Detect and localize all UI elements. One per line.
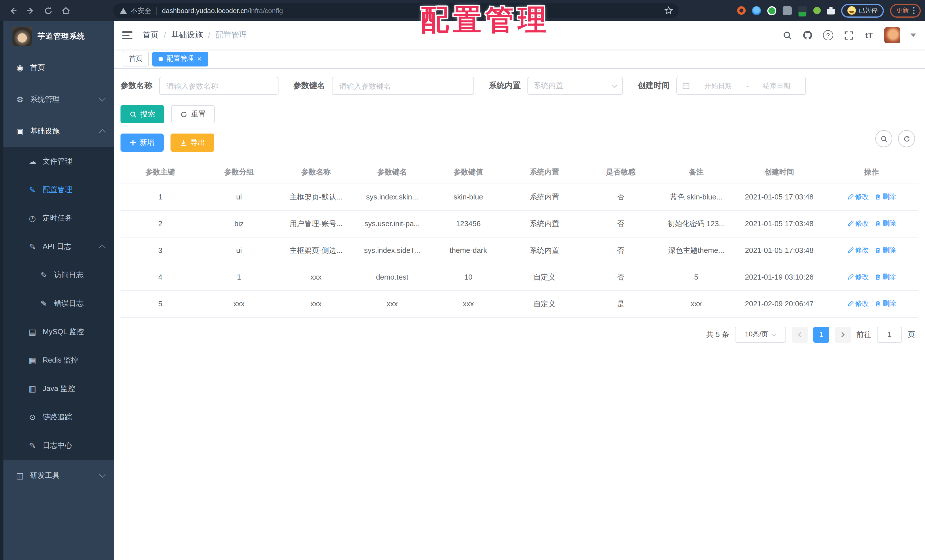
fullscreen-icon[interactable] bbox=[844, 30, 854, 40]
edit-link[interactable]: 修改 bbox=[847, 245, 869, 255]
app-logo-row[interactable]: 芋道管理系统 bbox=[3, 21, 114, 52]
extension-on-badge-icon[interactable] bbox=[798, 6, 807, 15]
refresh-table-button[interactable] bbox=[898, 130, 915, 147]
sidebar-item-config[interactable]: ✎ 配置管理 bbox=[3, 176, 114, 204]
cell-key: sys.user.init-pa... bbox=[354, 210, 430, 237]
extension-pin-icon[interactable] bbox=[752, 6, 761, 15]
cell-remark: 初始化密码 123... bbox=[659, 210, 734, 237]
edit-link[interactable]: 修改 bbox=[847, 299, 869, 309]
delete-link[interactable]: 删除 bbox=[874, 272, 896, 282]
sidebar-item-access-log[interactable]: ✎ 访问日志 bbox=[3, 261, 114, 289]
user-avatar[interactable] bbox=[884, 27, 900, 43]
sidebar-item-error-log[interactable]: ✎ 错误日志 bbox=[3, 289, 114, 318]
reset-button[interactable]: 重置 bbox=[171, 105, 215, 123]
timer-icon: ◷ bbox=[27, 214, 38, 223]
delete-link[interactable]: 删除 bbox=[874, 192, 896, 202]
user-menu-caret-icon[interactable] bbox=[910, 33, 916, 37]
goto-page-input[interactable] bbox=[877, 327, 902, 342]
sidebar-item-redis[interactable]: ▦ Redis 监控 bbox=[3, 346, 114, 375]
edit-link[interactable]: 修改 bbox=[847, 272, 869, 282]
font-size-icon[interactable]: tT bbox=[864, 30, 874, 40]
page-number-current[interactable]: 1 bbox=[814, 327, 829, 342]
paused-extension-button[interactable]: 已暂停 bbox=[841, 4, 884, 17]
extension-leaf-icon[interactable] bbox=[814, 7, 821, 14]
cell-id: 4 bbox=[121, 263, 200, 291]
sidebar-item-java[interactable]: ▥ Java 监控 bbox=[3, 375, 114, 403]
github-icon[interactable] bbox=[803, 30, 813, 40]
date-range-picker[interactable]: 开始日期 - 结束日期 bbox=[676, 77, 806, 95]
prev-page-button[interactable] bbox=[792, 327, 807, 342]
sidebar-toggle-icon[interactable] bbox=[122, 31, 133, 39]
delete-link[interactable]: 删除 bbox=[874, 245, 896, 255]
breadcrumb-current: 配置管理 bbox=[215, 30, 247, 40]
java-monitor-icon: ▥ bbox=[27, 384, 38, 393]
breadcrumb-home[interactable]: 首页 bbox=[143, 30, 158, 40]
sidebar-item-file[interactable]: ☁ 文件管理 bbox=[3, 147, 114, 176]
help-icon[interactable]: ? bbox=[823, 30, 833, 40]
sidebar-item-log-center[interactable]: ✎ 日志中心 bbox=[3, 431, 114, 460]
total-count: 共 5 条 bbox=[706, 329, 729, 340]
extension-grid-icon[interactable] bbox=[783, 6, 792, 15]
param-name-input[interactable] bbox=[159, 77, 279, 95]
builtin-select[interactable]: 系统内置 bbox=[527, 77, 623, 95]
breadcrumb-infra[interactable]: 基础设施 bbox=[171, 30, 203, 40]
param-key-input[interactable] bbox=[332, 77, 474, 95]
extension-donut-icon[interactable] bbox=[737, 6, 746, 15]
delete-link[interactable]: 删除 bbox=[874, 299, 896, 309]
cloud-upload-icon: ☁ bbox=[27, 157, 38, 166]
tab-home[interactable]: 首页 bbox=[123, 51, 149, 66]
cell-sensitive: 否 bbox=[583, 237, 659, 263]
tab-config[interactable]: 配置管理 × bbox=[152, 51, 208, 66]
sidebar-item-label: 访问日志 bbox=[54, 270, 84, 280]
param-key-label: 参数键名 bbox=[293, 81, 325, 91]
sidebar-item-trace[interactable]: ⊙ 链路追踪 bbox=[3, 403, 114, 431]
cell-builtin: 系统内置 bbox=[506, 237, 583, 263]
sidebar-item-mysql[interactable]: ▤ MySQL 监控 bbox=[3, 318, 114, 346]
table-toolbar bbox=[875, 130, 915, 147]
sidebar-item-job[interactable]: ◷ 定时任务 bbox=[3, 204, 114, 232]
sidebar-item-api-log[interactable]: ✎ API 日志 bbox=[3, 232, 114, 261]
sidebar-item-label: API 日志 bbox=[43, 241, 71, 252]
search-icon[interactable] bbox=[782, 30, 792, 40]
sidebar-item-home[interactable]: ◉ 首页 bbox=[3, 52, 114, 84]
browser-update-button[interactable]: 更新 bbox=[890, 4, 921, 17]
cell-value: skin-blue bbox=[430, 184, 506, 210]
sidebar-item-label: 首页 bbox=[30, 63, 45, 73]
next-page-button[interactable] bbox=[835, 327, 851, 342]
sidebar-item-infra[interactable]: ▣ 基础设施 bbox=[3, 115, 114, 147]
edit-link[interactable]: 修改 bbox=[847, 219, 869, 229]
extensions-puzzle-icon[interactable] bbox=[827, 6, 835, 15]
monitor-icon: ▣ bbox=[15, 127, 25, 136]
tags-view-bar: 首页 配置管理 × bbox=[114, 50, 925, 69]
home-icon[interactable] bbox=[62, 6, 71, 15]
edit-link[interactable]: 修改 bbox=[847, 192, 869, 202]
browser-menu-icon[interactable] bbox=[913, 7, 914, 14]
window-edge-strip bbox=[0, 21, 3, 560]
forward-icon[interactable] bbox=[26, 6, 35, 15]
sidebar-item-system[interactable]: ⚙ 系统管理 bbox=[3, 84, 114, 115]
page-size-select[interactable]: 10条/页 bbox=[735, 327, 786, 342]
sidebar-item-label: 链路追踪 bbox=[43, 412, 72, 422]
extension-green-icon[interactable] bbox=[767, 6, 776, 15]
navbar-actions: ? tT bbox=[782, 21, 916, 50]
search-button[interactable]: 搜索 bbox=[121, 105, 164, 123]
toggle-search-button[interactable] bbox=[875, 130, 892, 147]
pencil-icon bbox=[847, 194, 853, 200]
table-row: 3ui主框架页-侧边...sys.index.sideT...theme-dar… bbox=[121, 237, 919, 263]
add-button[interactable]: 新增 bbox=[121, 134, 164, 152]
cell-builtin: 系统内置 bbox=[506, 210, 583, 237]
reload-icon[interactable] bbox=[44, 6, 53, 15]
cell-created: 2021-01-05 17:03:48 bbox=[734, 184, 825, 210]
address-bar[interactable]: 不安全 dashboard.yudao.iocoder.cn/infra/con… bbox=[113, 3, 679, 18]
cell-actions: 修改删除 bbox=[825, 237, 919, 263]
toolbox-icon: ◫ bbox=[15, 471, 25, 480]
cell-remark: 蓝色 skin-blue... bbox=[659, 184, 734, 210]
delete-link[interactable]: 删除 bbox=[874, 219, 896, 229]
close-icon[interactable]: × bbox=[197, 55, 202, 63]
sidebar-item-dev-tools[interactable]: ◫ 研发工具 bbox=[3, 460, 114, 492]
date-start-placeholder: 开始日期 bbox=[695, 81, 742, 90]
date-separator: - bbox=[746, 82, 749, 90]
back-icon[interactable] bbox=[9, 6, 18, 15]
bookmark-star-icon[interactable] bbox=[664, 6, 673, 17]
export-button[interactable]: 导出 bbox=[170, 134, 214, 152]
